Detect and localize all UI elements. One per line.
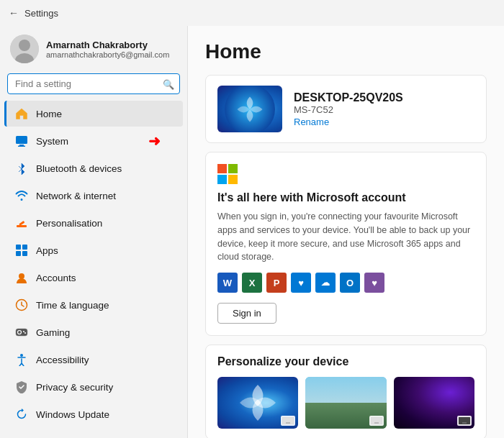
microsoft-apps-row: W X P ♥ ☁ O ♥ bbox=[217, 273, 474, 293]
sidebar-item-home[interactable]: Home bbox=[4, 101, 183, 127]
wallpaper-dark[interactable] bbox=[394, 377, 474, 429]
sidebar-item-system[interactable]: System ➜ bbox=[4, 128, 183, 154]
user-name: Amarnath Chakraborty bbox=[46, 40, 169, 50]
sidebar-item-update[interactable]: Windows Update bbox=[4, 401, 183, 427]
sidebar: Amarnath Chakraborty amarnathchakraborty… bbox=[0, 26, 187, 438]
time-icon bbox=[14, 298, 29, 312]
svg-rect-3 bbox=[16, 136, 27, 144]
svg-rect-26 bbox=[286, 422, 290, 424]
svg-point-17 bbox=[23, 331, 24, 332]
wallpaper-bloom[interactable] bbox=[217, 377, 298, 429]
svg-point-1 bbox=[19, 40, 30, 51]
title-bar: ← Settings bbox=[0, 0, 504, 26]
wallpaper-row bbox=[217, 377, 474, 429]
device-rename-button[interactable]: Rename bbox=[294, 117, 403, 127]
main-layout: Amarnath Chakraborty amarnathchakraborty… bbox=[0, 26, 504, 438]
svg-rect-10 bbox=[16, 251, 21, 256]
update-icon bbox=[14, 407, 29, 421]
sidebar-item-bluetooth[interactable]: Bluetooth & devices bbox=[4, 155, 183, 181]
svg-rect-30 bbox=[462, 422, 467, 424]
sidebar-item-update-label: Windows Update bbox=[36, 409, 109, 420]
search-icon: 🔍 bbox=[163, 78, 174, 89]
user-info: Amarnath Chakraborty amarnathchakraborty… bbox=[46, 40, 169, 59]
wallpaper-badge-2 bbox=[369, 416, 384, 426]
sidebar-item-accounts[interactable]: Accounts bbox=[4, 265, 183, 291]
wifi-icon bbox=[14, 188, 29, 203]
svg-rect-9 bbox=[22, 245, 27, 250]
sign-in-button[interactable]: Sign in bbox=[217, 303, 276, 324]
apps-icon bbox=[14, 243, 29, 257]
microsoft-card-title: It's all here with Microsoft account bbox=[217, 191, 474, 204]
sidebar-item-time[interactable]: Time & language bbox=[4, 292, 183, 318]
svg-point-12 bbox=[19, 273, 24, 279]
sidebar-item-accessibility-label: Accessibility bbox=[36, 355, 89, 365]
teams-icon: ♥ bbox=[364, 273, 384, 293]
microsoft-card: It's all here with Microsoft account Whe… bbox=[205, 152, 487, 336]
system-icon bbox=[14, 134, 29, 148]
page-title: Home bbox=[205, 40, 487, 63]
svg-rect-23 bbox=[217, 175, 227, 184]
accessibility-icon bbox=[14, 352, 29, 367]
red-arrow-indicator: ➜ bbox=[148, 132, 161, 150]
device-info: DESKTOP-25QV20S MS-7C52 Rename bbox=[294, 91, 403, 127]
back-button[interactable]: ← bbox=[9, 7, 19, 19]
device-thumbnail bbox=[217, 86, 282, 132]
gaming-icon bbox=[14, 325, 29, 339]
sidebar-item-personalisation[interactable]: Personalisation bbox=[4, 210, 183, 236]
sidebar-item-apps[interactable]: Apps bbox=[4, 237, 183, 263]
avatar bbox=[10, 35, 39, 63]
microsoft-card-description: When you sign in, you're connecting your… bbox=[217, 210, 474, 264]
search-box: 🔍 bbox=[7, 73, 180, 94]
sidebar-item-privacy-label: Privacy & security bbox=[36, 382, 113, 393]
device-model: MS-7C52 bbox=[294, 104, 403, 115]
wallpaper-landscape[interactable] bbox=[305, 377, 386, 429]
content-area: Home bbox=[187, 26, 504, 438]
sidebar-item-network-label: Network & internet bbox=[36, 191, 116, 201]
sidebar-item-privacy[interactable]: Privacy & security bbox=[4, 374, 183, 400]
excel-icon: X bbox=[242, 273, 262, 293]
sidebar-item-network[interactable]: Network & internet bbox=[4, 183, 183, 209]
microsoft-logo bbox=[217, 164, 474, 184]
user-email: amarnathchakraborty6@gmail.com bbox=[46, 50, 169, 59]
title-bar-title: Settings bbox=[24, 8, 58, 19]
wallpaper-badge-3 bbox=[457, 416, 472, 426]
home-icon bbox=[14, 106, 29, 121]
sidebar-item-gaming[interactable]: Gaming bbox=[4, 319, 183, 345]
sidebar-item-apps-label: Apps bbox=[36, 245, 58, 256]
powerpoint-icon: P bbox=[266, 273, 287, 293]
sidebar-item-bluetooth-label: Bluetooth & devices bbox=[36, 163, 122, 174]
svg-rect-5 bbox=[18, 146, 25, 147]
bluetooth-icon bbox=[14, 161, 29, 175]
device-card: DESKTOP-25QV20S MS-7C52 Rename bbox=[205, 75, 487, 143]
personalize-card: Personalize your device bbox=[205, 345, 487, 438]
svg-rect-7 bbox=[19, 221, 24, 226]
sidebar-item-accounts-label: Accounts bbox=[36, 273, 76, 283]
svg-rect-24 bbox=[228, 175, 238, 184]
family-safety-icon: ♥ bbox=[291, 273, 311, 293]
sidebar-item-home-label: Home bbox=[36, 109, 62, 119]
privacy-icon bbox=[14, 380, 29, 394]
svg-point-18 bbox=[24, 332, 26, 334]
svg-rect-21 bbox=[217, 164, 227, 173]
outlook-icon: O bbox=[340, 273, 360, 293]
svg-rect-22 bbox=[228, 164, 238, 173]
onedrive-icon: ☁ bbox=[315, 273, 336, 293]
svg-rect-6 bbox=[17, 225, 27, 227]
user-profile[interactable]: Amarnath Chakraborty amarnathchakraborty… bbox=[0, 26, 187, 73]
svg-rect-28 bbox=[374, 422, 379, 424]
sidebar-item-personalisation-label: Personalisation bbox=[36, 218, 102, 229]
sidebar-item-gaming-label: Gaming bbox=[36, 327, 70, 338]
sidebar-item-time-label: Time & language bbox=[36, 300, 109, 311]
personalisation-icon bbox=[14, 216, 29, 230]
svg-rect-11 bbox=[22, 251, 27, 256]
accounts-icon bbox=[14, 270, 29, 285]
sidebar-item-system-label: System bbox=[36, 136, 68, 147]
svg-rect-8 bbox=[16, 245, 21, 250]
personalize-title: Personalize your device bbox=[217, 355, 474, 368]
svg-point-19 bbox=[20, 354, 23, 357]
wallpaper-badge-1 bbox=[281, 416, 295, 426]
sidebar-item-accessibility[interactable]: Accessibility bbox=[4, 347, 183, 373]
search-input[interactable] bbox=[7, 73, 180, 94]
word-icon: W bbox=[217, 273, 238, 293]
device-name: DESKTOP-25QV20S bbox=[294, 91, 403, 104]
